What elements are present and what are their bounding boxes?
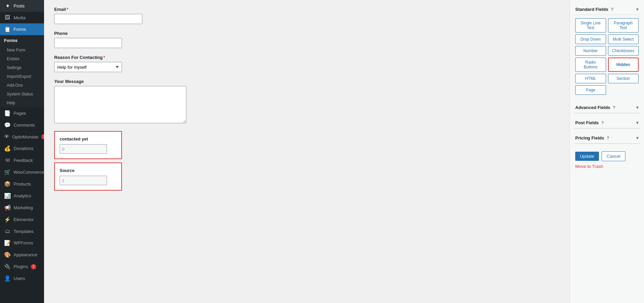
submenu-new-form[interactable]: New Form — [0, 46, 44, 55]
sidebar-item-optinmonster[interactable]: 👁 OptinMonster 1 — [0, 131, 44, 143]
sidebar-item-appearance[interactable]: 🎨 Appearance — [0, 249, 44, 261]
post-fields-section: Post Fields ? ▾ — [574, 117, 640, 129]
donations-icon: 💰 — [4, 145, 11, 152]
analytics-icon: 📊 — [4, 193, 11, 199]
admin-sidebar: ✦ Posts 🖼 Media 📋 Forms Forms New Form E… — [0, 0, 44, 303]
pricing-fields-title: Pricing Fields ? — [575, 135, 609, 140]
products-icon: 📦 — [4, 181, 11, 187]
post-fields-header[interactable]: Post Fields ? ▾ — [574, 117, 640, 128]
hidden-button[interactable]: Hidden — [608, 58, 639, 72]
media-icon: 🖼 — [4, 15, 11, 21]
forms-submenu-title: Forms — [0, 35, 44, 46]
sidebar-item-users[interactable]: 👤 Users — [0, 273, 44, 284]
forms-icon: 📋 — [4, 26, 11, 33]
sidebar-item-pages[interactable]: 📑 Pages — [0, 107, 44, 119]
pages-icon: 📑 — [4, 110, 11, 116]
hidden-field-contacted-yet: contacted yet — [54, 131, 122, 159]
page-button[interactable]: Page — [575, 85, 606, 95]
wpforms-icon: 📝 — [4, 240, 11, 246]
users-icon: 👤 — [4, 275, 11, 282]
message-field-group: Your Message — [54, 79, 559, 124]
sidebar-item-templates[interactable]: 🗂 Templates — [0, 225, 44, 237]
email-label: Email * — [54, 7, 559, 12]
standard-fields-header[interactable]: Standard Fields ? ▾ — [574, 4, 640, 15]
comments-icon: 💬 — [4, 122, 11, 128]
plugins-icon: 🔌 — [4, 263, 11, 270]
sidebar-item-wpforms[interactable]: 📝 WPForms — [0, 237, 44, 249]
posts-icon: ✦ — [4, 3, 11, 9]
standard-fields-collapse-icon: ▾ — [636, 7, 639, 12]
standard-fields-buttons: Single Line Text Paragraph Text Drop Dow… — [574, 15, 640, 98]
post-fields-collapse-icon: ▾ — [636, 120, 639, 125]
sidebar-item-comments[interactable]: 💬 Comments — [0, 119, 44, 131]
elementor-icon: ⚡ — [4, 216, 11, 223]
advanced-fields-title: Advanced Fields ? — [575, 105, 615, 110]
appearance-icon: 🎨 — [4, 252, 11, 258]
post-fields-title: Post Fields ? — [575, 120, 604, 125]
standard-fields-help-icon: ? — [611, 7, 613, 12]
hidden-field-source: Source — [54, 163, 122, 191]
radio-buttons-button[interactable]: Radio Buttons — [575, 58, 606, 72]
sidebar-item-media[interactable]: 🖼 Media — [0, 12, 44, 23]
standard-fields-title: Standard Fields ? — [575, 7, 614, 12]
plugins-badge: 3 — [31, 264, 36, 269]
advanced-fields-header[interactable]: Advanced Fields ? ▾ — [574, 102, 640, 113]
pricing-fields-header[interactable]: Pricing Fields ? ▾ — [574, 133, 640, 144]
pricing-fields-collapse-icon: ▾ — [636, 135, 639, 140]
reason-required-star: * — [103, 55, 105, 60]
right-panel: Standard Fields ? ▾ Single Line Text Par… — [569, 0, 644, 303]
sidebar-item-donations[interactable]: 💰 Donations — [0, 143, 44, 154]
main-content: Email * Phone Reason For Contacting * He… — [44, 0, 644, 303]
forms-submenu: Forms New Form Entries Settings Import/E… — [0, 35, 44, 107]
contacted-yet-input[interactable] — [60, 144, 107, 154]
optinmonster-icon: 👁 — [4, 134, 9, 140]
sidebar-item-woocommerce[interactable]: 🛒 WooCommerce — [0, 166, 44, 178]
update-button[interactable]: Update — [575, 152, 599, 161]
sidebar-item-elementor[interactable]: ⚡ Elementor — [0, 214, 44, 225]
move-to-trash-button[interactable]: Move to Trash — [575, 164, 603, 169]
submenu-import-export[interactable]: Import/Export — [0, 72, 44, 81]
phone-field-group: Phone — [54, 31, 559, 48]
sidebar-item-posts[interactable]: ✦ Posts — [0, 0, 44, 12]
message-textarea[interactable] — [54, 86, 186, 123]
phone-input[interactable] — [54, 38, 122, 48]
hidden-fields-container: contacted yet Source — [54, 131, 559, 191]
checkboxes-button[interactable]: Checkboxes — [608, 46, 639, 56]
drop-down-button[interactable]: Drop Down — [575, 35, 606, 44]
source-input[interactable] — [60, 176, 107, 185]
panel-actions: Update Cancel Move to Trash — [574, 148, 640, 172]
email-required-star: * — [67, 7, 68, 12]
sidebar-item-products[interactable]: 📦 Products — [0, 178, 44, 190]
multi-select-button[interactable]: Multi Select — [608, 35, 639, 44]
section-button[interactable]: Section — [608, 74, 639, 83]
submenu-add-ons[interactable]: Add-Ons — [0, 81, 44, 90]
email-input[interactable] — [54, 14, 142, 24]
pricing-fields-section: Pricing Fields ? ▾ — [574, 133, 640, 144]
reason-field-group: Reason For Contacting * Help for myself — [54, 55, 559, 72]
sidebar-item-feedback[interactable]: ✉ Feedback — [0, 154, 44, 166]
submenu-help[interactable]: Help — [0, 99, 44, 107]
submenu-system-status[interactable]: System Status — [0, 90, 44, 99]
number-button[interactable]: Number — [575, 46, 606, 56]
html-button[interactable]: HTML — [575, 74, 606, 83]
sidebar-item-plugins[interactable]: 🔌 Plugins 3 — [0, 261, 44, 273]
message-label: Your Message — [54, 79, 559, 84]
submenu-entries[interactable]: Entries — [0, 55, 44, 63]
reason-label: Reason For Contacting * — [54, 55, 559, 60]
reason-select[interactable]: Help for myself — [54, 62, 122, 72]
marketing-icon: 📢 — [4, 204, 11, 211]
post-fields-help-icon: ? — [601, 121, 604, 125]
contacted-yet-label: contacted yet — [60, 136, 117, 142]
email-field-group: Email * — [54, 7, 559, 24]
sidebar-item-forms[interactable]: 📋 Forms — [0, 23, 44, 35]
feedback-icon: ✉ — [4, 157, 11, 164]
sidebar-item-analytics[interactable]: 📊 Analytics — [0, 190, 44, 202]
sidebar-item-marketing[interactable]: 📢 Marketing — [0, 202, 44, 214]
phone-label: Phone — [54, 31, 559, 36]
advanced-fields-collapse-icon: ▾ — [636, 105, 639, 110]
optinmonster-badge: 1 — [41, 134, 44, 139]
single-line-text-button[interactable]: Single Line Text — [575, 18, 606, 33]
submenu-settings[interactable]: Settings — [0, 63, 44, 72]
paragraph-text-button[interactable]: Paragraph Text — [608, 18, 639, 33]
cancel-button[interactable]: Cancel — [602, 151, 625, 161]
